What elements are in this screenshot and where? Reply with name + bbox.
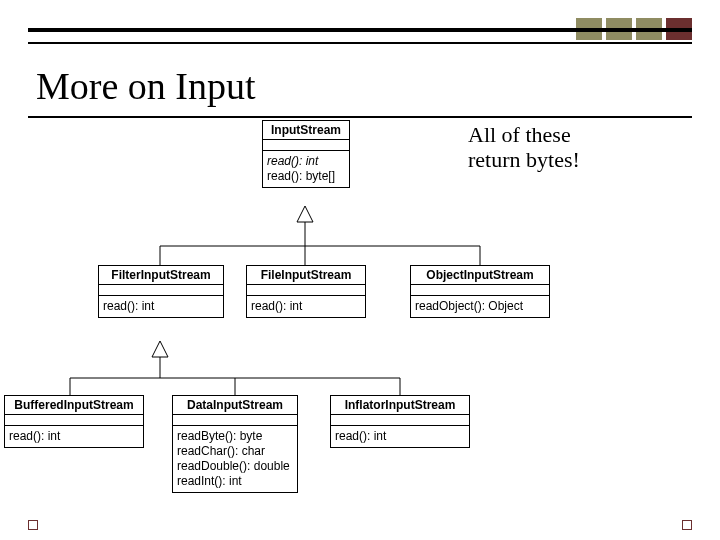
operation: readByte(): byte bbox=[177, 429, 293, 444]
class-operations: read(): int bbox=[99, 296, 223, 317]
operation: read(): int bbox=[251, 299, 361, 314]
class-attributes bbox=[99, 285, 223, 296]
class-DataInputStream: DataInputStream readByte(): byte readCha… bbox=[172, 395, 298, 493]
class-name-label: InputStream bbox=[263, 121, 349, 140]
svg-marker-6 bbox=[152, 341, 168, 357]
class-operations: read(): int read(): byte[] bbox=[263, 151, 349, 187]
class-name-label: DataInputStream bbox=[173, 396, 297, 415]
operation: readDouble(): double bbox=[177, 459, 293, 474]
class-FileInputStream: FileInputStream read(): int bbox=[246, 265, 366, 318]
class-operations: read(): int bbox=[331, 426, 469, 447]
operation: readChar(): char bbox=[177, 444, 293, 459]
class-name-label: BufferedInputStream bbox=[5, 396, 143, 415]
class-name-label: FileInputStream bbox=[247, 266, 365, 285]
class-name-label: FilterInputStream bbox=[99, 266, 223, 285]
svg-marker-0 bbox=[297, 206, 313, 222]
class-InputStream: InputStream read(): int read(): byte[] bbox=[262, 120, 350, 188]
class-operations: readObject(): Object bbox=[411, 296, 549, 317]
class-ObjectInputStream: ObjectInputStream readObject(): Object bbox=[410, 265, 550, 318]
class-operations: read(): int bbox=[247, 296, 365, 317]
class-operations: read(): int bbox=[5, 426, 143, 447]
operation: read(): int bbox=[103, 299, 219, 314]
operation: readInt(): int bbox=[177, 474, 293, 489]
class-operations: readByte(): byte readChar(): char readDo… bbox=[173, 426, 297, 492]
class-BufferedInputStream: BufferedInputStream read(): int bbox=[4, 395, 144, 448]
class-name-label: InflatorInputStream bbox=[331, 396, 469, 415]
operation: readObject(): Object bbox=[415, 299, 545, 314]
class-attributes bbox=[331, 415, 469, 426]
class-attributes bbox=[173, 415, 297, 426]
operation: read(): byte[] bbox=[267, 169, 345, 184]
class-attributes bbox=[263, 140, 349, 151]
class-attributes bbox=[411, 285, 549, 296]
class-attributes bbox=[5, 415, 143, 426]
operation: read(): int bbox=[335, 429, 465, 444]
class-name-label: ObjectInputStream bbox=[411, 266, 549, 285]
operation: read(): int bbox=[9, 429, 139, 444]
uml-class-diagram: InputStream read(): int read(): byte[] F… bbox=[0, 0, 720, 540]
operation: read(): int bbox=[267, 154, 345, 169]
class-InflatorInputStream: InflatorInputStream read(): int bbox=[330, 395, 470, 448]
class-FilterInputStream: FilterInputStream read(): int bbox=[98, 265, 224, 318]
class-attributes bbox=[247, 285, 365, 296]
